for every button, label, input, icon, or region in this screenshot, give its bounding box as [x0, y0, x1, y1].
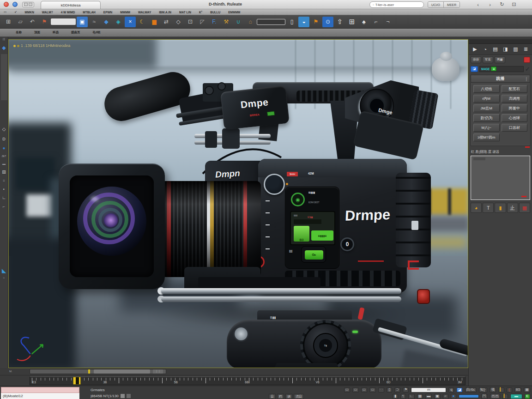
grid-toggle[interactable]	[127, 394, 131, 398]
menu-item[interactable]: EPWN	[103, 11, 113, 14]
view-buttons[interactable]: 画画	[490, 394, 500, 399]
grid-button[interactable]: ▦	[417, 394, 423, 399]
filter-flag-icon[interactable]: ⚑	[39, 17, 50, 27]
diamond-outline-icon[interactable]: ◇	[173, 17, 184, 27]
yellow-sep[interactable]: ▎	[498, 387, 504, 393]
curve-tool-icon[interactable]: ≈	[89, 17, 100, 27]
mini-label[interactable]: 排	[3, 38, 6, 41]
blue-gem-icon[interactable]: ◆	[2, 45, 6, 50]
viewport[interactable]: Dmge Dmpe BRREA Dmpn 9HH	[8, 39, 468, 368]
doc-icon[interactable]: ▭	[369, 387, 376, 393]
panel-button-3[interactable]: 画▦	[495, 56, 505, 63]
grid-icon[interactable]: ⊞	[2, 170, 6, 175]
waves-label[interactable]: ≈	[3, 276, 5, 279]
sub-toolbar-label[interactable]: 名称	[16, 30, 22, 35]
track-button[interactable]: ⋮⋮	[153, 369, 163, 374]
tab-utilities[interactable]: ≣	[521, 45, 530, 54]
pin-icon[interactable]: ⚑	[403, 387, 409, 393]
object-type-button[interactable]: JM且M	[473, 104, 500, 112]
zet-label[interactable]: ZET	[2, 155, 6, 157]
dots-label[interactable]: · ·	[378, 387, 385, 393]
yellow-sep[interactable]: ▎	[502, 394, 508, 399]
object-type-button[interactable]: ≥彻M?四m	[473, 133, 500, 141]
sub-toolbar-label[interactable]: 提曲页	[71, 30, 80, 35]
menu-item[interactable]: WALWAY	[138, 11, 151, 14]
doc-icon[interactable]: ▭	[344, 387, 351, 393]
teal-bowl-icon[interactable]: ∪	[233, 17, 244, 27]
search-field[interactable]: ◦ T4er-is-aser	[369, 1, 424, 8]
menu-item[interactable]: ↙	[14, 10, 17, 14]
corner-button[interactable]: ⌐	[443, 394, 448, 399]
tab-hierarchy[interactable]: ▤	[491, 45, 500, 54]
menu-item[interactable]: MAT LIN	[179, 11, 191, 14]
green-chip-button[interactable]: ▣	[491, 66, 496, 71]
object-type-button[interactable]: 心画球	[502, 114, 528, 122]
zoom-tool-icon[interactable]: ⊙	[322, 17, 333, 27]
undo-icon[interactable]: ↶	[27, 17, 38, 27]
mini-doc-button[interactable]: 清目	[294, 394, 304, 399]
panel-button-1[interactable]: 排排	[471, 56, 481, 63]
copy-icon[interactable]: B5	[514, 387, 522, 393]
spade-icon[interactable]: ♠	[358, 17, 369, 27]
blue-sphere-icon[interactable]: ●	[2, 146, 5, 151]
bracket-icon[interactable]: ⌐	[370, 17, 381, 27]
object-type-button[interactable]: 口器材	[502, 124, 528, 132]
doc-icon[interactable]: ▭	[361, 387, 368, 393]
brush-icon[interactable]: (	[507, 387, 512, 393]
object-type-button[interactable]: 配宽石	[502, 85, 528, 93]
panel-button-2[interactable]: 军库	[483, 56, 493, 63]
dash-icon[interactable]: ▬	[2, 162, 6, 165]
mode-label[interactable]: 项	[490, 387, 496, 393]
sub-toolbar-label[interactable]: 毛d组	[93, 30, 101, 35]
tab-motion[interactable]: ◨	[501, 45, 510, 54]
blue-f-icon[interactable]: F.	[209, 17, 220, 27]
name-entry-field[interactable]	[257, 19, 285, 25]
sub-toolbar-label[interactable]: 顶面	[34, 30, 40, 35]
bracket2-icon[interactable]: ¬	[382, 17, 393, 27]
select-object-icon[interactable]: ⊞	[3, 17, 14, 27]
menu-item[interactable]: WALM?	[42, 11, 53, 14]
menu-item[interactable]: BULLU	[210, 11, 220, 14]
rollout-header[interactable]: 跳播 |	[471, 75, 530, 83]
select-pen-icon[interactable]: ▱	[15, 17, 26, 27]
doc-icon[interactable]: ▭	[352, 387, 359, 393]
chip-field[interactable]: M4GE ▣	[479, 66, 524, 72]
document-tab[interactable]: kDDHtdiesa	[41, 1, 101, 9]
status-dot[interactable]: ●	[451, 394, 456, 399]
flag-mast-icon[interactable]: ⚑	[310, 17, 321, 27]
timeline-ruler[interactable]: E33B5B6BV66D3M	[0, 375, 468, 386]
schematic-icon[interactable]: ⌂	[245, 17, 256, 27]
d-icon[interactable]: D	[2, 137, 6, 141]
rows-icon[interactable]: ≡	[3, 179, 5, 183]
material-ball-icon[interactable]: ◕	[471, 203, 482, 213]
grid-window-icon[interactable]: ⊞	[346, 17, 357, 27]
blue-drop-icon[interactable]: ◆	[101, 17, 112, 27]
pan-button[interactable]: 凹	[481, 394, 488, 399]
moon-icon[interactable]: ☾	[137, 17, 148, 27]
page-icon[interactable]: ▯	[387, 387, 392, 393]
menu-item[interactable]: 4 W MIMD	[61, 11, 75, 14]
selection-set-field[interactable]	[51, 18, 76, 25]
corner-tool-icon[interactable]: ◸	[197, 17, 208, 27]
blue-tri-icon[interactable]: ◣	[2, 268, 6, 273]
red-close-button[interactable]	[524, 57, 530, 63]
render-icon[interactable]: ◒	[298, 17, 309, 27]
menu-item[interactable]: ▭	[4, 10, 6, 14]
diamond-icon[interactable]: ◇	[2, 127, 6, 132]
viewport-label[interactable]: 1 .139 68/118 1HMntneodea	[13, 43, 70, 48]
teal-diamond-icon[interactable]: ◈	[113, 17, 124, 27]
object-type-button[interactable]: 高调用	[502, 95, 528, 103]
forward-icon[interactable]: ›	[487, 1, 493, 8]
mirror-icon[interactable]: ⇄	[161, 17, 172, 27]
tab-display[interactable]: ▥	[511, 45, 520, 54]
dash-button[interactable]: ▬	[425, 394, 432, 399]
auto-key-button[interactable]: ◪	[456, 387, 463, 393]
teal-button[interactable]: ▬	[510, 394, 522, 399]
arrow-up-icon[interactable]: ⇧	[334, 17, 345, 27]
red-tool-icon[interactable]: ▦	[519, 203, 530, 213]
menu-item[interactable]: K°	[199, 11, 202, 14]
swatch-icon[interactable]: ▮	[495, 203, 506, 213]
align-icon[interactable]: ⊡	[185, 17, 196, 27]
minimize-window-button[interactable]	[12, 2, 18, 7]
key-icon[interactable]: ▮	[393, 394, 398, 399]
